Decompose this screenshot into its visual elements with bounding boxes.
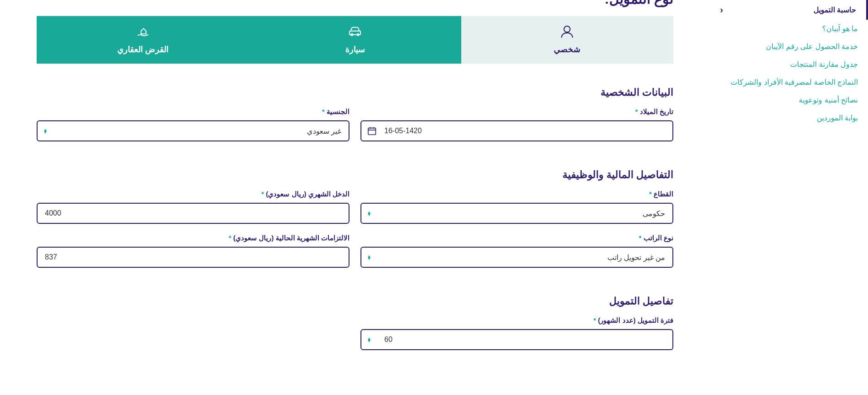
chevron-left-icon: ‹ — [720, 5, 723, 15]
tab-mortgage[interactable]: القرض العقاري — [37, 16, 249, 64]
sector-label: القطاع * — [360, 190, 673, 198]
tab-personal[interactable]: شخصي — [461, 16, 673, 64]
sidebar-item-security-tips[interactable]: نصائح أمنية وتوعوية — [710, 91, 868, 109]
page-title: نوع التمويل: — [37, 0, 673, 7]
car-icon — [347, 24, 363, 41]
monthly-income-label: الدخل الشهري (ريال سعودي) * — [37, 190, 349, 198]
obligations-label: الالتزامات الشهرية الحالية (ريال سعودي) … — [37, 234, 349, 242]
house-hand-icon — [135, 24, 151, 41]
sidebar-item-label: النماذج الخاصة لمصرفية الأفراد والشركات — [731, 78, 858, 87]
salary-type-label: نوع الراتب * — [360, 234, 673, 242]
salary-type-select[interactable] — [360, 247, 673, 268]
sidebar-item-label: خدمة الحصول على رقم الآيبان — [766, 42, 858, 51]
tab-car[interactable]: سيارة — [249, 16, 461, 64]
sidebar-item-forms[interactable]: النماذج الخاصة لمصرفية الأفراد والشركات — [710, 73, 868, 91]
section-title-financial: التفاصيل المالية والوظيفية — [37, 169, 673, 181]
sidebar-item-calculator[interactable]: حاسبة التمويل ‹ — [710, 0, 868, 20]
sidebar-item-iban-what[interactable]: ما هو آيبان؟ — [710, 20, 868, 38]
section-title-personal: البيانات الشخصية — [37, 87, 673, 98]
period-input[interactable] — [360, 329, 673, 350]
main-content: نوع التمويل: شخصي — [0, 0, 710, 395]
monthly-income-input[interactable] — [37, 203, 349, 224]
sidebar-item-label: ما هو آيبان؟ — [822, 24, 858, 33]
sidebar-item-suppliers[interactable]: بوابة الموردين — [710, 109, 868, 127]
sidebar-item-label: حاسبة التمويل — [813, 5, 856, 14]
sidebar-item-compare[interactable]: جدول مقارنة المنتجات — [710, 55, 868, 73]
nationality-select[interactable] — [37, 120, 349, 141]
sidebar-item-label: بوابة الموردين — [817, 114, 858, 122]
person-icon — [559, 24, 575, 41]
tab-label: سيارة — [345, 44, 365, 54]
dob-label: تاريخ الميلاد * — [360, 108, 673, 116]
period-label: فترة التمويل (عدد الشهور) * — [360, 316, 673, 325]
dob-input[interactable] — [360, 120, 673, 141]
section-title-details: تفاصيل التمويل — [37, 295, 673, 307]
sidebar-item-label: جدول مقارنة المنتجات — [790, 60, 858, 69]
obligations-input[interactable] — [37, 247, 349, 268]
sidebar: حاسبة التمويل ‹ ما هو آيبان؟ خدمة الحصول… — [710, 0, 868, 395]
nationality-label: الجنسية * — [37, 108, 349, 116]
sector-select[interactable] — [360, 203, 673, 224]
financing-type-tabs: شخصي سيارة — [37, 16, 673, 64]
sidebar-item-iban-service[interactable]: خدمة الحصول على رقم الآيبان — [710, 38, 868, 55]
tab-label: القرض العقاري — [117, 44, 169, 54]
tab-label: شخصي — [554, 44, 580, 54]
svg-point-0 — [564, 26, 570, 32]
sidebar-item-label: نصائح أمنية وتوعوية — [799, 96, 858, 104]
